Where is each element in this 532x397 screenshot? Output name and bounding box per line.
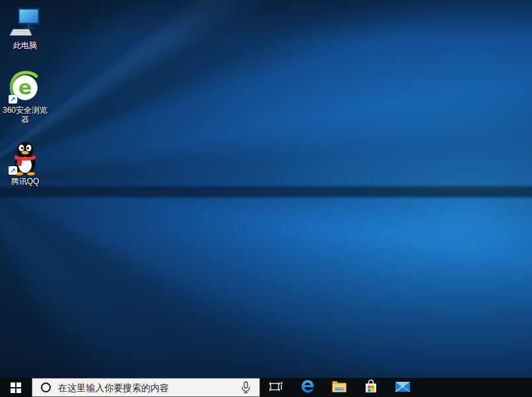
- windows-logo-icon: [11, 382, 21, 393]
- desktop-icon-360-browser[interactable]: e ↗ 360安全浏览器: [0, 70, 50, 124]
- desktop-icon-label: 腾讯QQ: [11, 177, 40, 186]
- start-button[interactable]: [0, 378, 32, 397]
- taskbar: [0, 378, 532, 397]
- windows-desktop: 此电脑 e ↗ 360安全浏览器: [0, 0, 532, 397]
- qq-penguin-icon: ↗: [8, 141, 42, 175]
- this-pc-icon: [8, 5, 42, 40]
- file-explorer-icon: [331, 379, 347, 396]
- desktop-icon-tencent-qq[interactable]: ↗ 腾讯QQ: [0, 141, 50, 186]
- store-icon: [363, 379, 379, 396]
- shortcut-arrow-icon: ↗: [9, 166, 17, 175]
- desktop-icon-this-pc[interactable]: 此电脑: [0, 5, 50, 50]
- desktop-icon-label: 此电脑: [13, 41, 37, 50]
- edge-button[interactable]: [292, 378, 323, 397]
- task-view-button[interactable]: [260, 378, 292, 397]
- cortana-circle-icon: [41, 382, 51, 392]
- mail-button[interactable]: [387, 378, 418, 397]
- edge-icon: [300, 379, 316, 396]
- microphone-icon[interactable]: [241, 381, 251, 394]
- store-button[interactable]: [355, 378, 387, 397]
- file-explorer-button[interactable]: [323, 378, 355, 397]
- search-input[interactable]: [57, 382, 241, 394]
- taskbar-search-box[interactable]: [32, 378, 260, 397]
- mail-icon: [394, 379, 411, 396]
- svg-text:e: e: [18, 76, 32, 99]
- desktop-icon-label: 360安全浏览器: [2, 106, 48, 124]
- shortcut-arrow-icon: ↗: [9, 95, 17, 104]
- taskbar-empty-area: [418, 378, 532, 397]
- task-view-icon: [269, 379, 283, 396]
- desktop-wallpaper: [0, 0, 532, 397]
- 360-browser-icon: e ↗: [8, 70, 42, 104]
